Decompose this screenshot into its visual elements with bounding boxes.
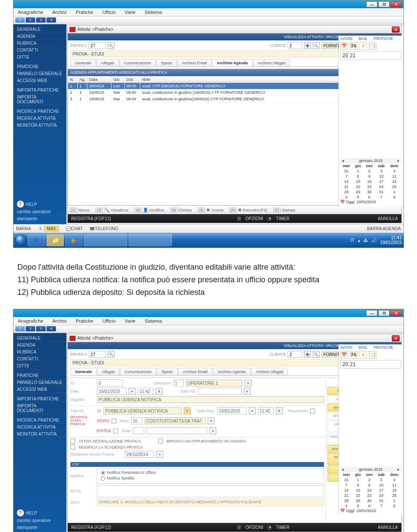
- window-tab-1[interactable]: 1: [15, 17, 25, 23]
- cal-day[interactable]: 31: [375, 498, 387, 503]
- scadenza-field[interactable]: 29/10/2014: [125, 451, 154, 458]
- fn-visualizza[interactable]: [2]🔍Visualizza: [96, 208, 128, 212]
- window-tab-2[interactable]: 2: [26, 17, 35, 23]
- oggetto-field[interactable]: PUBBLICA UDIENZA NOTIFICA: [97, 396, 324, 403]
- cal-day[interactable]: 11: [387, 482, 401, 488]
- window-tab-1[interactable]: 1: [15, 326, 25, 331]
- tab-comunicazione[interactable]: Comunicazione: [120, 368, 156, 375]
- col-ag[interactable]: Ag.: [78, 76, 87, 83]
- cal-day[interactable]: 1: [353, 477, 364, 482]
- sidebar-item-ditte[interactable]: DITTE: [13, 363, 66, 370]
- lang-indicator[interactable]: IT: [351, 238, 354, 243]
- status-telefono[interactable]: TELEFONO: [95, 226, 118, 231]
- window-tab-2[interactable]: 2: [26, 326, 35, 331]
- cal-day[interactable]: 17: [375, 488, 387, 493]
- cal-day[interactable]: 15: [353, 179, 364, 184]
- chat-icon[interactable]: 💬: [66, 226, 71, 231]
- tab-allegati[interactable]: Allegati: [97, 368, 120, 375]
- opzioni-button[interactable]: OPZIONI: [245, 525, 263, 530]
- maximize-button[interactable]: ⧉: [378, 1, 390, 7]
- list-icon[interactable]: ☰: [237, 525, 241, 530]
- tab-pratiche[interactable]: PRATICHE: [374, 36, 393, 41]
- statoatt-dd-icon[interactable]: ▾: [244, 388, 251, 395]
- tab-comunicazione[interactable]: Comunicazione: [119, 59, 156, 66]
- fn-riscontra[interactable]: [6]✖Riscontra [F6]: [229, 208, 267, 212]
- stato-num-field[interactable]: 10: [131, 417, 142, 424]
- menu-ufficio[interactable]: Ufficio: [103, 10, 116, 15]
- tray-flag-icon[interactable]: ▴: [358, 238, 360, 243]
- cal-day[interactable]: 29: [353, 498, 364, 503]
- cal-day[interactable]: 29: [353, 189, 364, 195]
- cal-day[interactable]: 1: [387, 189, 401, 195]
- fn-nuovo[interactable]: [1]Nuovo: [70, 208, 89, 212]
- sidebar-item-pannelo-generale[interactable]: PANNELO GENERALE: [13, 379, 66, 386]
- cal-day[interactable]: 7: [375, 503, 387, 509]
- cal-day[interactable]: 14: [340, 488, 353, 493]
- tray-net-icon[interactable]: 🖧: [364, 238, 368, 243]
- radio-presentata[interactable]: Notifica Presentata in Ufficio: [101, 470, 320, 475]
- timer-button[interactable]: TIMER: [276, 216, 289, 221]
- sidebar-item-monitor-attivita[interactable]: MONITOR ATTIVITA: [13, 431, 66, 438]
- cal-day[interactable]: 24: [375, 184, 387, 189]
- datareg-field[interactable]: 19/01/2015: [217, 407, 247, 414]
- stato2-num-field[interactable]: [133, 427, 144, 434]
- sidebar-item-generale[interactable]: GENERALE: [13, 26, 66, 33]
- cal-day[interactable]: 8: [353, 482, 364, 488]
- cal-day[interactable]: 4: [340, 195, 353, 200]
- taskbar-folder-icon[interactable]: 📁: [46, 234, 64, 246]
- riscontrato-checkbox[interactable]: [310, 409, 315, 413]
- cal-day[interactable]: 3: [375, 169, 387, 174]
- cal-day[interactable]: 8: [387, 503, 401, 509]
- timer-button[interactable]: TIMER: [276, 525, 289, 530]
- cal-day[interactable]: 10: [375, 174, 387, 179]
- cal-day[interactable]: 25: [387, 184, 401, 189]
- cal-day[interactable]: 4: [387, 477, 401, 482]
- inner-close-button[interactable]: ✕: [392, 335, 400, 341]
- cal-day[interactable]: 9: [364, 174, 376, 179]
- annulla-button[interactable]: ANNULLA: [378, 216, 398, 221]
- operatore-dd-icon[interactable]: ▾: [245, 380, 252, 387]
- cal-day[interactable]: 5: [353, 195, 364, 200]
- stato2-text-field[interactable]: [146, 427, 207, 434]
- taskbar-media-icon[interactable]: ▶: [65, 234, 83, 246]
- cal-day[interactable]: 16: [364, 488, 376, 493]
- cal-day[interactable]: 6: [364, 503, 376, 509]
- status-barra[interactable]: BARRA: [16, 226, 31, 231]
- action-icon[interactable]: ⚡: [359, 351, 367, 359]
- start-orb[interactable]: [15, 235, 26, 246]
- tab-archivio-email[interactable]: Archivio Email: [177, 59, 212, 66]
- sidebar-item-pannelo-generale[interactable]: PANNELO GENERALE: [13, 70, 66, 77]
- tab-avvisi[interactable]: AVVISI: [340, 36, 352, 41]
- sidebar-item-rubrica[interactable]: RUBRICA: [13, 349, 66, 356]
- sidebar-item-cambio-operatore[interactable]: cambio operatore: [13, 208, 66, 215]
- sidebar-item-contatti[interactable]: CONTATTI: [13, 47, 66, 54]
- col-gio[interactable]: Gio: [112, 76, 125, 83]
- tab-archivio-email[interactable]: Archivio Email: [178, 368, 212, 375]
- sidebar-help[interactable]: ?HELP: [13, 509, 66, 517]
- cal-day[interactable]: 25: [387, 493, 401, 498]
- data-field[interactable]: 19/01/2015: [97, 388, 126, 395]
- status-barra-agenda[interactable]: BARRA AGENDA: [367, 226, 401, 231]
- tab-generale[interactable]: Generale: [70, 368, 97, 375]
- sidebar-item-ricerca-pratiche[interactable]: RICERCA PRATICHE: [13, 108, 66, 115]
- pratica-field[interactable]: 27: [89, 42, 106, 49]
- sidebar-item-ricerca-pratiche[interactable]: RICERCA PRATICHE: [13, 417, 66, 424]
- cliente-plus-icon[interactable]: ➕: [304, 351, 311, 358]
- cal-day[interactable]: 18: [387, 179, 401, 184]
- tab-archivio-allegati[interactable]: Archivio Allegati: [251, 368, 288, 375]
- close-button[interactable]: ✕: [391, 1, 402, 7]
- fn-elimina[interactable]: [4]Elimina: [170, 208, 192, 212]
- timer-icon[interactable]: ◔: [268, 525, 271, 530]
- cal-day[interactable]: 21: [340, 184, 353, 189]
- cal-day[interactable]: 7: [375, 195, 387, 200]
- cliente-search-icon[interactable]: 🔍: [313, 42, 320, 49]
- menu-varie[interactable]: Varie: [125, 318, 136, 324]
- menu-ufficio[interactable]: Ufficio: [103, 318, 116, 324]
- cliente-plus-icon[interactable]: ➕: [304, 42, 311, 49]
- tab-allegati[interactable]: Allegati: [96, 59, 119, 66]
- stato2-dd-icon[interactable]: ▾: [209, 427, 216, 434]
- col-data[interactable]: Data: [87, 76, 112, 83]
- sidebar-item-contatti[interactable]: CONTATTI: [13, 356, 66, 363]
- opzioni-button[interactable]: OPZIONI: [245, 216, 263, 221]
- pratica-search-icon[interactable]: 🔍: [108, 351, 115, 358]
